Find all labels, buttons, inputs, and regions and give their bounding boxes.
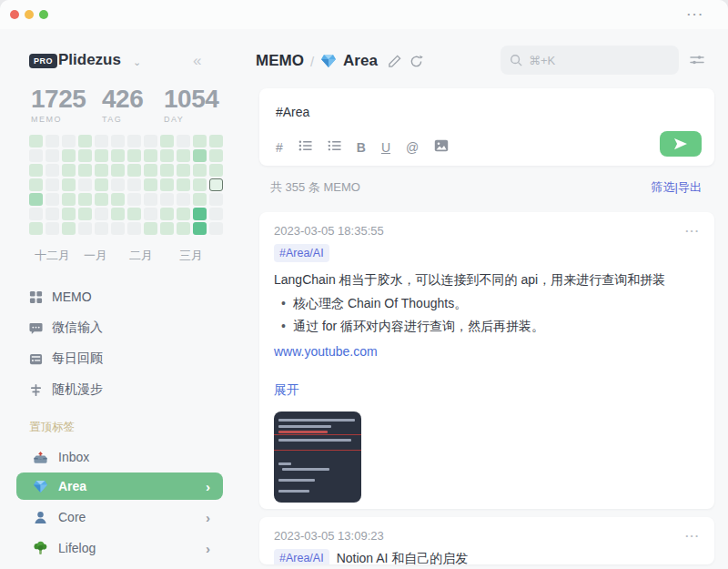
breadcrumb-tag-name: Area	[343, 52, 378, 70]
heatmap-cell	[78, 178, 92, 191]
filter-link[interactable]: 筛选	[652, 180, 675, 194]
heatmap-cell	[144, 149, 157, 162]
memo-card: 2023-03-05 18:35:55 ··· #Area/AI LangCha…	[259, 212, 714, 509]
chevron-down-icon[interactable]: ⌄	[133, 56, 141, 68]
heatmap-cell	[209, 178, 223, 191]
memo-bullet-list: 核心理念 Chain Of Thoughts。 通过 for 循环对内容进行查询…	[274, 292, 700, 338]
search-input[interactable]	[529, 54, 638, 67]
heatmap-cell	[95, 178, 108, 191]
memo-more-icon[interactable]: ···	[685, 224, 700, 238]
sidebar-tag-area[interactable]: Area ›	[16, 472, 223, 500]
heatmap-cell	[144, 178, 157, 191]
expand-link[interactable]: 展开	[274, 382, 299, 399]
sidebar-item-label: MEMO	[52, 290, 92, 304]
stat-memo-value: 1725	[31, 86, 86, 113]
heatmap-cell	[209, 135, 223, 147]
sidebar-item-daily-review[interactable]: 每日回顾	[29, 350, 103, 368]
edit-pencil-icon[interactable]	[388, 55, 401, 68]
breadcrumb-root[interactable]: MEMO	[256, 52, 304, 70]
heatmap-cell	[95, 193, 108, 206]
sidebar-tag-inbox[interactable]: Inbox	[16, 443, 223, 471]
stat-day: 1054 DAY	[164, 86, 218, 124]
minimize-window-button[interactable]	[25, 10, 34, 19]
heatmap-cell	[29, 178, 43, 191]
memo-count: 共 355 条 MEMO	[270, 179, 360, 196]
hashtag-tool-icon[interactable]: #	[276, 140, 283, 155]
filter-sliders-icon[interactable]	[689, 52, 705, 72]
heatmap-cell	[78, 135, 92, 147]
ordered-list-tool-icon[interactable]	[328, 139, 341, 155]
memo-tag-chip[interactable]: #Area/AI	[274, 244, 329, 262]
heatmap-cell	[127, 193, 141, 206]
sidebar-tag-lifelog[interactable]: Lifelog ›	[16, 534, 223, 562]
heatmap-cell	[46, 149, 59, 162]
memo-tag-chip[interactable]: #Area/AI	[274, 549, 329, 564]
stat-tag-label: TAG	[102, 115, 143, 124]
heatmap-cell	[193, 208, 207, 220]
search-box[interactable]	[500, 46, 679, 75]
heatmap-cell	[111, 135, 125, 147]
heatmap-cell	[144, 222, 157, 235]
heatmap-cell	[62, 193, 76, 206]
heatmap-cell	[193, 149, 207, 162]
close-window-button[interactable]	[10, 10, 19, 19]
sidebar-item-label: 每日回顾	[52, 351, 103, 367]
collapse-sidebar-icon[interactable]: «	[193, 52, 201, 70]
heatmap-cell	[160, 164, 174, 177]
send-button[interactable]	[660, 131, 702, 157]
heatmap-cell	[62, 135, 76, 147]
memo-card: 2023-03-05 13:09:23 ··· #Area/AI Notion …	[259, 517, 714, 564]
heatmap-cell	[29, 208, 43, 220]
month-label: 三月	[179, 248, 203, 264]
heatmap-cell	[177, 193, 190, 206]
heatmap-cell	[62, 164, 76, 177]
username[interactable]: Plidezus	[58, 51, 121, 69]
memo-more-icon[interactable]: ···	[685, 529, 700, 543]
heatmap-cell	[62, 208, 76, 220]
month-label: 一月	[84, 248, 107, 264]
memo-attachment-image[interactable]	[274, 412, 361, 503]
window-more-icon[interactable]: ···	[687, 7, 704, 21]
memo-bullet-item: 通过 for 循环对内容进行查询，然后再拼装。	[274, 315, 700, 338]
broccoli-icon	[33, 541, 48, 556]
sidebar-item-random-walk[interactable]: 随机漫步	[29, 381, 103, 399]
breadcrumb: MEMO / Area	[256, 52, 423, 70]
export-link[interactable]: 导出	[678, 180, 702, 194]
sidebar-tag-core[interactable]: Core ›	[16, 503, 223, 531]
refresh-icon[interactable]	[410, 55, 423, 68]
heatmap-cell	[46, 208, 59, 220]
memo-link[interactable]: www.youtube.com	[274, 344, 700, 359]
sidebar-tag-label: Inbox	[58, 450, 89, 464]
composer-toolbar: # B U @	[276, 139, 449, 155]
gem-icon	[320, 53, 337, 69]
review-card-icon	[29, 352, 43, 366]
stat-day-value: 1054	[164, 86, 218, 113]
person-icon	[33, 510, 48, 525]
heatmap-cell	[95, 222, 108, 235]
heatmap-cell	[111, 149, 125, 162]
heatmap-cell	[193, 164, 207, 177]
memo-timestamp: 2023-03-05 18:35:55	[274, 224, 384, 238]
heatmap-cell	[46, 193, 59, 206]
heatmap-cell	[193, 222, 207, 235]
heatmap-cell	[144, 193, 157, 206]
image-tool-icon[interactable]	[434, 139, 449, 155]
heatmap-cell	[209, 222, 223, 235]
app-window: ··· PRO Plidezus ⌄ « 1725 MEMO 426 TAG 1…	[0, 0, 728, 569]
bullet-list-tool-icon[interactable]	[298, 139, 312, 155]
mention-tool-icon[interactable]: @	[406, 140, 419, 155]
heatmap-cell	[209, 193, 223, 206]
bold-tool-icon[interactable]: B	[357, 140, 366, 155]
heatmap-cell	[29, 193, 43, 206]
underline-tool-icon[interactable]: U	[381, 140, 390, 155]
breadcrumb-separator: /	[310, 54, 314, 69]
sidebar-item-wechat-input[interactable]: 微信输入	[29, 319, 103, 337]
composer-input[interactable]: #Area	[276, 105, 698, 123]
memo-text: Notion AI 和自己的启发	[337, 549, 469, 564]
pinned-tags-header: 置顶标签	[29, 420, 75, 435]
sidebar-item-memo[interactable]: MEMO	[29, 288, 92, 306]
stat-memo-label: MEMO	[31, 115, 86, 124]
memo-text: LangChain 相当于胶水，可以连接到不同的 api，用来进行查询和拼装	[274, 270, 700, 289]
zoom-window-button[interactable]	[39, 10, 48, 19]
heatmap-cell	[29, 222, 43, 235]
